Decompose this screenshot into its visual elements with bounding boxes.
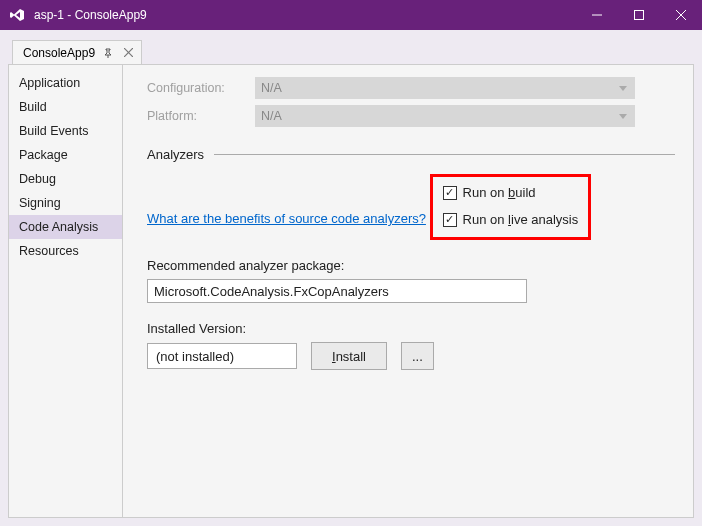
installed-version-value: (not installed) xyxy=(156,349,234,364)
run-on-build-checkbox[interactable] xyxy=(443,186,457,200)
content-pane: Configuration: N/A Platform: N/A Analyze… xyxy=(123,65,693,517)
platform-row: Platform: N/A xyxy=(147,105,675,127)
sidebar: Application Build Build Events Package D… xyxy=(9,65,123,517)
tabstrip: ConsoleApp9 xyxy=(8,40,694,64)
configuration-label: Configuration: xyxy=(147,81,247,95)
run-on-build-row: Run on build xyxy=(443,185,579,200)
platform-dropdown[interactable]: N/A xyxy=(255,105,635,127)
header-divider xyxy=(214,154,675,155)
configuration-value: N/A xyxy=(261,81,282,95)
recommended-label: Recommended analyzer package: xyxy=(147,258,675,273)
window-title: asp-1 - ConsoleApp9 xyxy=(34,8,576,22)
tab-label: ConsoleApp9 xyxy=(23,46,95,60)
installed-version-label: Installed Version: xyxy=(147,321,675,336)
configuration-row: Configuration: N/A xyxy=(147,77,675,99)
sidebar-item-application[interactable]: Application xyxy=(9,71,122,95)
visual-studio-icon xyxy=(8,6,26,24)
installed-version-box: (not installed) xyxy=(147,343,297,369)
run-on-live-checkbox[interactable] xyxy=(443,213,457,227)
minimize-button[interactable] xyxy=(576,0,618,30)
document-tab[interactable]: ConsoleApp9 xyxy=(12,40,142,64)
close-button[interactable] xyxy=(660,0,702,30)
tab-close-icon[interactable] xyxy=(121,46,135,60)
sidebar-item-debug[interactable]: Debug xyxy=(9,167,122,191)
sidebar-item-resources[interactable]: Resources xyxy=(9,239,122,263)
recommended-package-value: Microsoft.CodeAnalysis.FxCopAnalyzers xyxy=(154,284,389,299)
analyzers-header-text: Analyzers xyxy=(147,147,204,162)
highlight-box: Run on build Run on live analysis xyxy=(430,174,592,240)
property-page: Application Build Build Events Package D… xyxy=(8,64,694,518)
benefits-link[interactable]: What are the benefits of source code ana… xyxy=(147,211,426,226)
window-controls xyxy=(576,0,702,30)
sidebar-item-signing[interactable]: Signing xyxy=(9,191,122,215)
platform-label: Platform: xyxy=(147,109,247,123)
configuration-dropdown[interactable]: N/A xyxy=(255,77,635,99)
install-row: (not installed) Install ... xyxy=(147,342,675,370)
body-area: ConsoleApp9 Application Build Build Even… xyxy=(0,30,702,526)
titlebar: asp-1 - ConsoleApp9 xyxy=(0,0,702,30)
run-on-live-label: Run on live analysis xyxy=(463,212,579,227)
sidebar-item-package[interactable]: Package xyxy=(9,143,122,167)
pin-icon[interactable] xyxy=(101,46,115,60)
platform-value: N/A xyxy=(261,109,282,123)
sidebar-item-build[interactable]: Build xyxy=(9,95,122,119)
run-on-live-row: Run on live analysis xyxy=(443,212,579,227)
sidebar-item-build-events[interactable]: Build Events xyxy=(9,119,122,143)
install-button[interactable]: Install xyxy=(311,342,387,370)
analyzers-section-header: Analyzers xyxy=(147,147,675,162)
sidebar-item-code-analysis[interactable]: Code Analysis xyxy=(9,215,122,239)
run-on-build-label: Run on build xyxy=(463,185,536,200)
svg-rect-1 xyxy=(635,11,644,20)
browse-button[interactable]: ... xyxy=(401,342,434,370)
maximize-button[interactable] xyxy=(618,0,660,30)
recommended-package-input[interactable]: Microsoft.CodeAnalysis.FxCopAnalyzers xyxy=(147,279,527,303)
